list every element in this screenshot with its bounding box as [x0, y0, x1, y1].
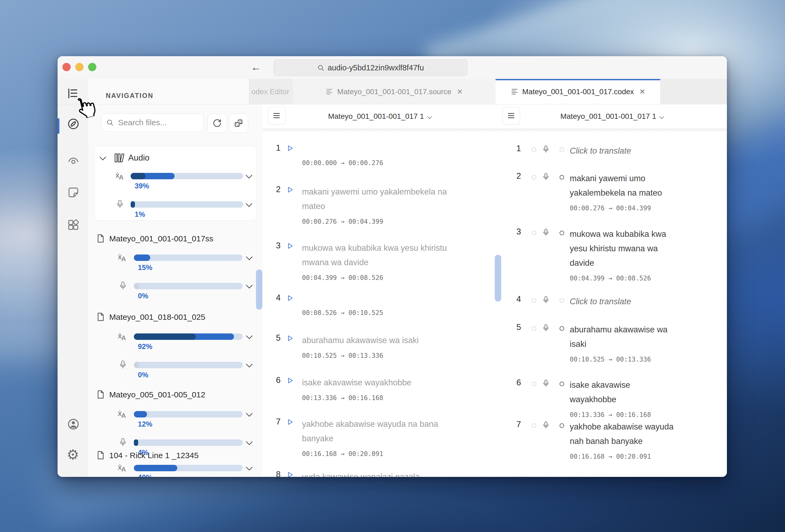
record-mic-button[interactable]	[542, 294, 550, 305]
chevron-down-icon[interactable]	[246, 254, 252, 260]
play-button[interactable]	[286, 470, 294, 477]
record-mic-button[interactable]	[542, 227, 550, 238]
file-name[interactable]: 104 - Rick Line 1 _12345	[109, 451, 199, 460]
navigation-panel: NAVIGATION Audio ẋA 39% 1	[88, 79, 263, 477]
translate-progress-bar	[131, 173, 243, 179]
url-bar[interactable]: audio-y5bd12zin9wxlf8f47fu	[274, 59, 467, 76]
record-mic-button[interactable]	[542, 171, 550, 182]
status-dot-icon	[532, 298, 536, 303]
timestamp: 00:04.399 → 00:08.526	[302, 274, 452, 282]
timestamp: 00:10.525 → 00:13.336	[570, 356, 674, 363]
translate-percent: 15%	[138, 264, 152, 272]
tab-codex-file-active[interactable]: Mateyo_001_001-001_017.codex ✕	[496, 79, 660, 105]
record-mic-button[interactable]	[542, 378, 550, 389]
tab-source-file[interactable]: Mateyo_001_001-001_017.source ✕	[292, 79, 496, 104]
nav-scrollbar-thumb[interactable]	[256, 269, 262, 310]
source-verse-text[interactable]: isake akavawise wayakhobbe	[302, 375, 452, 390]
source-verse-text[interactable]: mukowa wa kubabika kwa yesu khiristu mwa…	[302, 241, 452, 270]
translate-progress-icon: ẋA	[118, 332, 126, 340]
codex-verse-text[interactable]: aburahamu akawawise wa isaki	[570, 322, 674, 351]
source-scrollbar-thumb[interactable]	[495, 255, 501, 301]
codex-file-title[interactable]: Mateyo_001_001-001_017 1	[497, 104, 727, 129]
audio-dot-icon	[560, 175, 564, 180]
source-verse-text[interactable]	[302, 293, 452, 305]
chevron-down-icon[interactable]	[246, 332, 252, 339]
translate-percent: 40%	[138, 473, 152, 477]
tab-codex-editor-truncated[interactable]: odex Editor	[249, 79, 294, 104]
source-verse-text[interactable]: yuda kawawise wanalazi nazala	[302, 470, 452, 477]
chevron-down-icon	[659, 114, 664, 119]
chevron-down-icon[interactable]	[246, 172, 252, 179]
file-icon	[96, 312, 105, 322]
search-files-input[interactable]	[118, 118, 191, 127]
translate-progress-icon: ẋA	[118, 253, 126, 261]
extensions-puzzle-icon[interactable]	[67, 219, 79, 231]
translate-progress-bar	[134, 411, 243, 418]
record-mic-button[interactable]	[542, 322, 550, 333]
chevron-down-icon[interactable]	[246, 282, 252, 289]
chevron-down-icon[interactable]	[246, 438, 252, 445]
file-name[interactable]: Mateyo_001_001-001_017ss	[109, 234, 213, 243]
app-window: ← → audio-y5bd12zin9wxlf8f47fu ⚙ NAVIGAT…	[57, 56, 727, 477]
play-button[interactable]	[286, 144, 294, 153]
play-button[interactable]	[286, 294, 294, 303]
play-button[interactable]	[286, 334, 294, 343]
audio-group-label[interactable]: Audio	[128, 153, 149, 163]
navigation-header: NAVIGATION	[106, 92, 153, 100]
translate-percent: 39%	[135, 182, 149, 190]
back-button[interactable]: ←	[251, 60, 261, 74]
source-file-title[interactable]: Mateyo_001_001-001_017 1	[262, 104, 497, 129]
notes-icon[interactable]	[67, 186, 79, 198]
timestamp: 00:16.168 → 00:20.091	[570, 453, 674, 460]
chevron-down-icon[interactable]	[246, 200, 252, 207]
preview-eye-icon[interactable]	[67, 154, 79, 166]
chevron-down-icon[interactable]	[246, 464, 252, 471]
file-name[interactable]: Mateyo_001_018-001_025	[109, 313, 205, 322]
translate-progress-bar	[134, 255, 243, 261]
settings-gear-icon[interactable]: ⚙	[67, 449, 79, 461]
file-name[interactable]: Mateyo_005_001-005_012	[109, 390, 205, 399]
close-tab-icon[interactable]: ✕	[457, 87, 463, 96]
codex-verse-text[interactable]: makani yawemi umo yakalembekela na mateo	[570, 171, 674, 200]
codex-verse-text[interactable]: yakhobe akabawise wayuda nah banah banya…	[570, 420, 674, 449]
source-verse-text[interactable]: aburahamu akawawise wa isaki	[302, 333, 452, 348]
translate-placeholder[interactable]: Click to translate	[570, 294, 674, 309]
codex-panel-header: Mateyo_001_001-001_017 1	[497, 104, 727, 129]
close-tab-icon[interactable]: ✕	[639, 87, 645, 96]
timestamp: 00:08.526 → 00:10.525	[302, 309, 452, 317]
source-panel-header: Mateyo_001_001-001_017 1	[262, 104, 497, 129]
source-verse-text[interactable]: makani yawemi umo yakalembekela na mateo	[302, 185, 452, 214]
audio-dot-icon	[560, 231, 564, 235]
source-verse-text[interactable]	[302, 143, 452, 155]
record-mic-button[interactable]	[542, 420, 550, 430]
minimize-window-button[interactable]	[75, 63, 83, 71]
record-mic-button[interactable]	[542, 144, 550, 154]
close-window-button[interactable]	[62, 63, 71, 71]
file-icon	[96, 450, 105, 460]
refresh-button[interactable]	[207, 113, 227, 133]
codex-verse-text[interactable]: mukowa wa kubabika kwa yesu khiristu mwa…	[570, 227, 674, 270]
record-percent: 0%	[138, 371, 148, 379]
play-button[interactable]	[286, 185, 294, 194]
translate-progress-bar	[134, 334, 243, 340]
randomize-files-button[interactable]	[229, 113, 248, 133]
chevron-down-icon[interactable]	[246, 361, 252, 367]
source-verse-text[interactable]: yakhobe akabawise wayuda na bana banyake	[302, 417, 452, 446]
play-button[interactable]	[286, 376, 294, 385]
chevron-down-icon[interactable]	[246, 410, 252, 417]
tab-bar: odex Editor Mateyo_001_001-001_017.sourc…	[249, 79, 727, 104]
status-dot-icon	[532, 231, 536, 235]
play-button[interactable]	[286, 418, 294, 427]
refresh-icon	[212, 118, 222, 128]
codex-verse-text[interactable]: isake akavawise wayakhobbe	[570, 378, 674, 407]
collapse-chevron-icon[interactable]	[99, 154, 106, 160]
list-file-icon	[325, 88, 333, 96]
search-files-box[interactable]	[101, 113, 203, 132]
translate-placeholder[interactable]: Click to translate	[570, 144, 674, 158]
timestamp: 00:00.276 → 00:04.399	[302, 218, 452, 225]
play-button[interactable]	[286, 241, 294, 250]
timestamp: 00:00.000 → 00:00.276	[302, 159, 452, 167]
zoom-window-button[interactable]	[88, 63, 96, 71]
timestamp: 00:13.336 → 00:16.168	[570, 411, 674, 419]
account-icon[interactable]	[67, 418, 79, 430]
